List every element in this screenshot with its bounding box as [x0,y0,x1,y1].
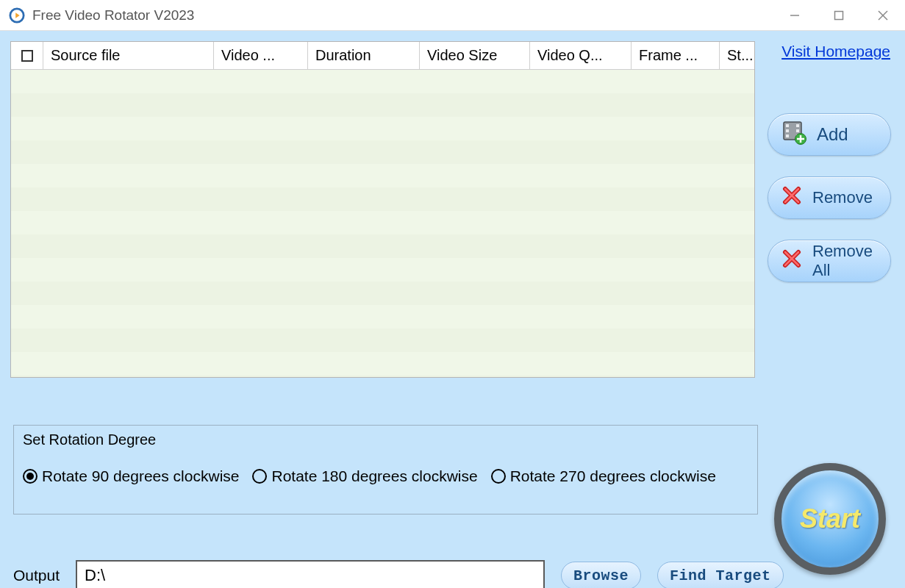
radio-270-label: Rotate 270 degrees clockwise [510,467,716,485]
output-path-value: D:\ [85,566,105,585]
col-quality[interactable]: Video Q... [530,42,632,69]
output-label: Output [13,567,60,584]
remove-all-button[interactable]: Remove All [768,240,891,282]
add-label: Add [817,124,848,145]
svg-rect-10 [796,129,799,132]
film-plus-icon [781,120,806,149]
maximize-button[interactable] [817,0,861,31]
file-table: Source file Video ... Duration Video Siz… [10,41,755,378]
svg-rect-6 [786,124,789,127]
remove-all-label: Remove All [812,242,890,280]
app-window: Free Video Rotator V2023 Source file Vid… [0,0,905,588]
start-label: Start [800,503,860,534]
start-button[interactable]: Start [774,463,886,575]
svg-rect-8 [786,135,789,137]
radio-270[interactable]: Rotate 270 degrees clockwise [491,467,716,485]
col-format[interactable]: Video ... [214,42,308,69]
browse-label: Browse [573,567,629,584]
output-row: Output D:\ Browse Find Target [13,560,784,588]
table-header: Source file Video ... Duration Video Siz… [11,42,754,70]
svg-rect-9 [796,124,799,127]
remove-button[interactable]: Remove [768,176,891,219]
client-area: Source file Video ... Duration Video Siz… [0,31,905,588]
col-frame[interactable]: Frame ... [632,42,720,69]
rotation-group: Set Rotation Degree Rotate 90 degrees cl… [13,425,758,514]
rotation-radios: Rotate 90 degrees clockwise Rotate 180 d… [23,467,748,485]
svg-rect-7 [786,129,789,132]
find-target-label: Find Target [670,567,771,584]
radio-90[interactable]: Rotate 90 degrees clockwise [23,467,239,485]
col-size[interactable]: Video Size [420,42,530,69]
radio-90-label: Rotate 90 degrees clockwise [42,467,239,485]
rotation-title: Set Rotation Degree [23,431,748,448]
col-status[interactable]: St... [720,42,754,69]
output-path-field[interactable]: D:\ [76,560,545,588]
col-duration[interactable]: Duration [308,42,420,69]
close-button[interactable] [861,0,905,31]
col-source[interactable]: Source file [43,42,214,69]
red-x-icon [781,185,802,210]
side-panel: Visit Homepage [764,41,895,378]
remove-label: Remove [812,188,873,207]
titlebar: Free Video Rotator V2023 [0,0,905,31]
add-button[interactable]: Add [768,113,891,156]
find-target-button[interactable]: Find Target [657,562,784,588]
radio-180[interactable]: Rotate 180 degrees clockwise [252,467,477,485]
minimize-button[interactable] [773,0,817,31]
red-x-icon [781,248,802,273]
browse-button[interactable]: Browse [561,562,641,588]
svg-rect-2 [835,11,843,19]
app-title: Free Video Rotator V2023 [32,7,194,24]
radio-180-label: Rotate 180 degrees clockwise [271,467,477,485]
visit-homepage-link[interactable]: Visit Homepage [781,43,890,60]
table-body[interactable] [11,70,754,377]
select-all-checkbox[interactable] [11,42,43,69]
app-icon [9,7,25,24]
